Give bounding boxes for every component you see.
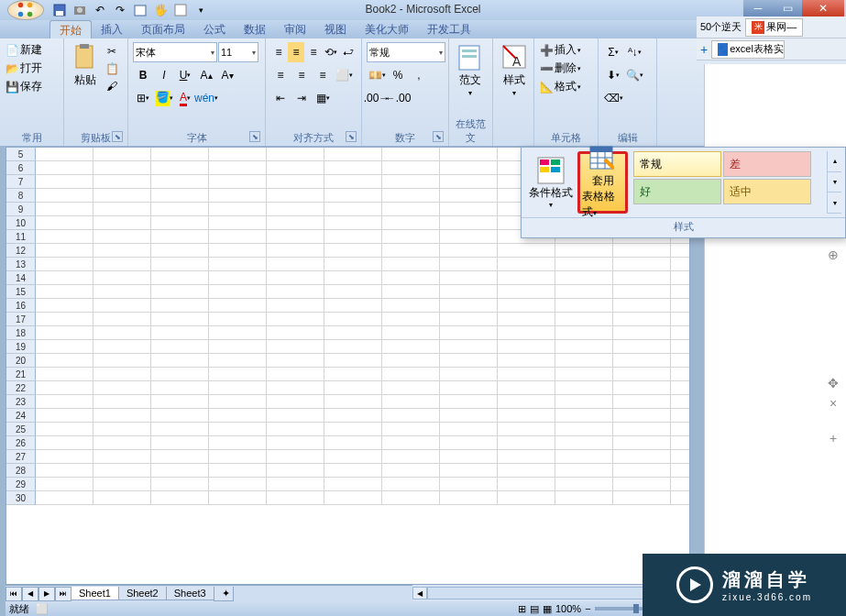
cell[interactable] (209, 230, 267, 243)
cell[interactable] (498, 409, 555, 422)
calendar-icon[interactable] (132, 2, 148, 18)
view-break-icon[interactable]: ▦ (543, 603, 552, 615)
alignment-launcher-icon[interactable]: ⬊ (346, 131, 357, 142)
cell[interactable] (209, 258, 267, 270)
format-button[interactable]: 📐格式▾ (539, 79, 581, 94)
cell[interactable] (555, 409, 613, 422)
cell[interactable] (36, 354, 93, 367)
cell[interactable] (209, 175, 267, 188)
cell[interactable] (93, 230, 151, 243)
cell[interactable] (324, 285, 382, 298)
merge-center-button[interactable]: ▦▾ (313, 88, 333, 108)
cell[interactable] (613, 340, 671, 353)
cell[interactable] (151, 285, 209, 298)
cell[interactable] (382, 423, 440, 435)
cell[interactable] (151, 299, 209, 312)
cell[interactable] (382, 230, 440, 243)
cell[interactable] (613, 436, 671, 449)
cell[interactable] (498, 478, 555, 490)
browser-tab-1[interactable]: 50个逆天 (700, 20, 742, 34)
row-header[interactable]: 18 (6, 326, 36, 340)
table-format-button[interactable]: 套用 表格格式▾ (577, 151, 628, 214)
cell[interactable] (613, 423, 671, 435)
cell[interactable] (324, 299, 382, 312)
cell[interactable] (93, 436, 151, 449)
cell[interactable] (382, 313, 440, 325)
cell[interactable] (151, 216, 209, 229)
cell[interactable] (440, 491, 498, 504)
increase-indent-button[interactable]: ⇥ (291, 88, 312, 108)
cell[interactable] (498, 436, 555, 449)
cell[interactable] (267, 478, 324, 490)
cell[interactable] (209, 436, 267, 449)
cell[interactable] (440, 285, 498, 298)
style-good[interactable]: 好 (633, 179, 721, 204)
decrease-indent-button[interactable]: ⇤ (270, 88, 291, 108)
cell[interactable] (267, 368, 324, 380)
cell[interactable] (151, 354, 209, 367)
cell[interactable] (613, 326, 671, 339)
cell[interactable] (209, 423, 267, 435)
cell[interactable] (498, 258, 555, 270)
tab-data[interactable]: 数据 (235, 20, 275, 38)
calc-icon[interactable] (172, 2, 189, 18)
cell[interactable] (440, 409, 498, 422)
style-bad[interactable]: 差 (723, 151, 811, 177)
cell[interactable] (382, 340, 440, 353)
cell[interactable] (36, 285, 93, 298)
font-launcher-icon[interactable]: ⬊ (249, 131, 260, 142)
cell[interactable] (151, 148, 209, 160)
cell[interactable] (324, 409, 382, 422)
cell[interactable] (36, 216, 93, 229)
cell[interactable] (267, 464, 324, 477)
panel-close-icon[interactable]: × (826, 396, 841, 411)
row-header[interactable]: 12 (6, 244, 36, 258)
cell[interactable] (382, 381, 440, 394)
cell[interactable] (93, 175, 151, 188)
cell[interactable] (555, 271, 613, 284)
cell[interactable] (498, 423, 555, 435)
cell[interactable] (267, 313, 324, 325)
cell[interactable] (555, 381, 613, 394)
scroll-up-icon[interactable]: ▴ (828, 151, 841, 172)
row-header[interactable]: 10 (6, 216, 36, 230)
open-button[interactable]: 📂打开 (5, 60, 42, 76)
cell[interactable] (36, 450, 93, 463)
cell[interactable] (209, 299, 267, 312)
cell[interactable] (36, 464, 93, 477)
cell[interactable] (209, 354, 267, 367)
zoom-value[interactable]: 100% (555, 603, 581, 614)
cell[interactable] (382, 354, 440, 367)
save-button[interactable]: 💾保存 (5, 79, 42, 94)
cell[interactable] (324, 189, 382, 202)
cell[interactable] (93, 161, 151, 174)
tab-view[interactable]: 视图 (315, 20, 356, 38)
cell[interactable] (267, 148, 324, 160)
cell[interactable] (151, 244, 209, 257)
cell[interactable] (555, 436, 613, 449)
cell[interactable] (382, 285, 440, 298)
cell[interactable] (151, 381, 209, 394)
row-header[interactable]: 9 (6, 203, 36, 216)
cell[interactable] (613, 258, 671, 270)
cell[interactable] (555, 340, 613, 353)
cell[interactable] (498, 313, 555, 325)
row-header[interactable]: 6 (6, 161, 36, 175)
undo-icon[interactable]: ↶ (92, 2, 108, 18)
cell[interactable] (498, 381, 555, 394)
cell[interactable] (151, 189, 209, 202)
comma-button[interactable]: , (409, 65, 429, 85)
cell[interactable] (324, 381, 382, 394)
row-header[interactable]: 13 (6, 258, 36, 271)
cell[interactable] (267, 203, 324, 215)
cell[interactable] (440, 368, 498, 380)
new-sheet-button[interactable]: ✦ (214, 587, 234, 601)
align-top-button[interactable]: ≡ (270, 42, 287, 62)
cell[interactable] (151, 203, 209, 215)
cell[interactable] (382, 368, 440, 380)
row-header[interactable]: 21 (6, 368, 36, 381)
tab-formulas[interactable]: 公式 (194, 20, 235, 38)
cell[interactable] (151, 230, 209, 243)
cell[interactable] (324, 148, 382, 160)
cell[interactable] (36, 161, 93, 174)
